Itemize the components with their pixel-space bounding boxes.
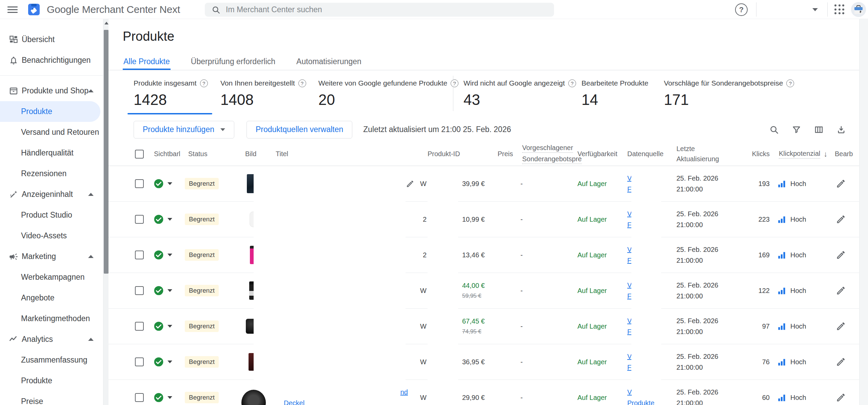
visibility-toggle[interactable] — [153, 237, 172, 273]
row-checkbox[interactable] — [135, 357, 144, 366]
tab-ueberpruefung-erforderlich[interactable]: Überprüfung erforderlich — [190, 54, 276, 70]
help-icon[interactable]: ? — [735, 3, 748, 16]
search-input[interactable] — [226, 5, 531, 14]
col-status[interactable]: Status — [188, 142, 208, 166]
col-verfuegbarkeit[interactable]: Verfügbarkeit — [577, 142, 617, 166]
col-datenquelle[interactable]: Datenquelle — [627, 142, 664, 166]
visibility-toggle[interactable] — [153, 202, 172, 237]
chevron-up-icon[interactable] — [88, 193, 94, 196]
edit-button[interactable] — [836, 344, 846, 380]
apps-grid-icon[interactable] — [833, 3, 846, 16]
edit-button[interactable] — [836, 309, 846, 344]
edit-button[interactable] — [836, 202, 846, 237]
columns-icon[interactable] — [814, 125, 824, 134]
source-link[interactable]: V — [627, 388, 632, 396]
scrollbar-thumb[interactable] — [104, 30, 108, 274]
help-icon[interactable]: ? — [451, 79, 458, 87]
source-link[interactable]: F — [627, 364, 631, 371]
sidebar-item-analytics[interactable]: Analytics — [0, 329, 103, 350]
sidebar-item-rezensionen[interactable]: Rezensionen — [0, 163, 103, 184]
source-link[interactable]: F — [627, 221, 631, 229]
chevron-up-icon[interactable] — [88, 89, 94, 92]
col-produkt-id[interactable]: Produkt-ID — [428, 142, 460, 166]
stat-card-bearbeitete-produkte[interactable]: Bearbeitete Produkte 14 — [581, 79, 648, 108]
sidebar-item-uebersicht[interactable]: Übersicht — [0, 29, 103, 50]
chevron-up-icon[interactable] — [88, 338, 94, 341]
edit-button[interactable] — [836, 380, 846, 405]
tab-alle-produkte[interactable]: Alle Produkte — [123, 54, 171, 70]
stat-card-produkte-insgesamt[interactable]: Produkte insgesamt? 1428 — [134, 79, 208, 108]
sidebar-item-analytics-produkte[interactable]: Produkte — [0, 370, 103, 391]
source-link[interactable]: F — [627, 292, 631, 300]
row-checkbox[interactable] — [135, 322, 144, 331]
col-letzte-aktualisierung[interactable]: Letzte Aktualisierung — [676, 142, 719, 166]
col-sichtbarkeit[interactable]: Sichtbarl — [154, 142, 180, 166]
global-search[interactable] — [205, 3, 554, 17]
scrollbar-up-arrow-icon[interactable] — [104, 22, 108, 24]
sidebar-item-anzeigeninhalt[interactable]: Anzeigeninhalt — [0, 184, 103, 205]
visibility-toggle[interactable] — [153, 309, 172, 344]
col-klicks[interactable]: Klicks — [736, 142, 770, 166]
sidebar-item-angebote[interactable]: Angebote — [0, 288, 103, 308]
help-icon[interactable]: ? — [568, 79, 576, 87]
add-products-button[interactable]: Produkte hinzufügen — [134, 121, 234, 139]
sidebar-item-versand-und-retouren[interactable]: Versand und Retouren — [0, 122, 103, 143]
sidebar-item-video-assets[interactable]: Video-Assets — [0, 225, 103, 246]
help-icon[interactable]: ? — [298, 79, 306, 87]
tab-automatisierungen[interactable]: Automatisierungen — [296, 54, 362, 70]
edit-button[interactable] — [836, 237, 846, 273]
avatar[interactable] — [851, 2, 866, 17]
download-icon[interactable] — [836, 125, 846, 134]
col-sonderangebotspreis[interactable]: Vorgeschlagener Sonderangebotspre — [522, 142, 582, 166]
sidebar-item-marketingmethoden[interactable]: Marketingmethoden — [0, 308, 103, 329]
title-link[interactable]: Deckel — [284, 399, 304, 405]
sidebar-item-haendlerqualitaet[interactable]: Händlerqualität — [0, 143, 103, 163]
manage-sources-button[interactable]: Produktquellen verwalten — [246, 121, 352, 139]
menu-icon[interactable] — [7, 5, 18, 14]
row-checkbox[interactable] — [135, 251, 144, 259]
visibility-toggle[interactable] — [153, 166, 172, 201]
chevron-up-icon[interactable] — [88, 255, 94, 258]
search-icon[interactable] — [769, 125, 779, 134]
edit-button[interactable] — [836, 273, 846, 308]
stat-card-wird-nicht-angezeigt[interactable]: Wird nicht auf Google angezeigt? 43 — [463, 79, 576, 108]
stat-card-sonderangebotspreise[interactable]: Vorschläge für Sonderangebotspreise? 171 — [664, 79, 794, 108]
sidebar-item-benachrichtigungen[interactable]: Benachrichtigungen — [0, 50, 103, 71]
stat-card-von-ihnen-bereitgestellt[interactable]: Von Ihnen bereitgestellt? 1408 — [220, 79, 306, 108]
col-titel[interactable]: Titel — [276, 142, 288, 166]
visibility-toggle[interactable] — [153, 380, 172, 405]
sidebar-scrollbar[interactable] — [103, 19, 109, 405]
last-update: 25. Feb. 202621:00:00 — [676, 273, 718, 308]
availability: Auf Lager — [577, 237, 607, 273]
row-checkbox[interactable] — [135, 286, 144, 295]
source-link[interactable]: F — [627, 328, 631, 336]
select-all-checkbox[interactable] — [135, 150, 144, 159]
row-checkbox[interactable] — [135, 393, 144, 402]
source-link[interactable]: Produkte — [627, 399, 654, 405]
row-checkbox[interactable] — [135, 215, 144, 224]
row-checkbox[interactable] — [135, 179, 144, 188]
sidebar-item-product-studio[interactable]: Product Studio — [0, 205, 103, 225]
source-link[interactable]: F — [627, 257, 631, 264]
stat-card-weitere-von-google-gefundene[interactable]: Weitere von Google gefundene Produkte? 2… — [318, 79, 458, 108]
sidebar-item-marketing[interactable]: Marketing — [0, 246, 103, 267]
visibility-toggle[interactable] — [153, 273, 172, 308]
account-chevron-down-icon[interactable] — [812, 8, 818, 11]
col-klickpotenzial[interactable]: Klickpotenzial ↓ — [779, 142, 827, 166]
col-bild[interactable]: Bild — [245, 142, 256, 166]
sort-arrow-icon[interactable]: ↓ — [824, 150, 827, 159]
source-link[interactable]: F — [627, 185, 631, 193]
page-scrollbar[interactable] — [859, 19, 868, 405]
sidebar-item-preise[interactable]: Preise — [0, 391, 103, 405]
edit-button[interactable] — [836, 166, 846, 201]
visibility-toggle[interactable] — [153, 344, 172, 380]
col-bearbeiten[interactable]: Bearb — [835, 142, 853, 166]
sidebar-item-zusammenfassung[interactable]: Zusammenfassung — [0, 350, 103, 370]
col-preis[interactable]: Preis — [479, 142, 513, 166]
filter-icon[interactable] — [792, 125, 801, 134]
sidebar-item-werbekampagnen[interactable]: Werbekampagnen — [0, 267, 103, 288]
sidebar-item-produkte[interactable]: Produkte — [0, 101, 100, 122]
sidebar-item-produkte-und-shop[interactable]: Produkte und Shop — [0, 80, 103, 101]
help-icon[interactable]: ? — [200, 79, 208, 87]
help-icon[interactable]: ? — [786, 79, 794, 87]
